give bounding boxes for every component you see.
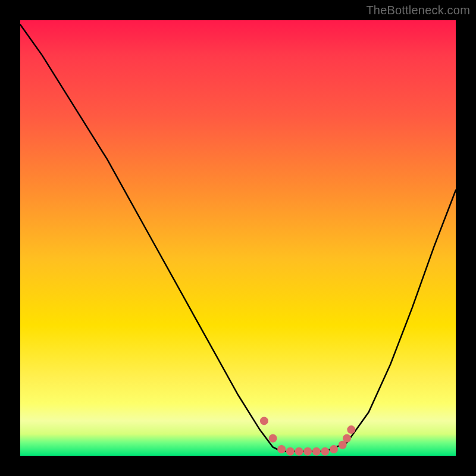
- marker-point: [269, 434, 277, 443]
- curve-markers: [260, 416, 355, 455]
- bottleneck-curve: [20, 24, 456, 451]
- marker-point: [343, 434, 351, 443]
- marker-point: [347, 425, 355, 434]
- chart-svg: [20, 20, 456, 456]
- plot-area: [20, 20, 456, 456]
- marker-point: [277, 445, 286, 453]
- watermark-text: TheBottleneck.com: [366, 4, 470, 17]
- marker-point: [286, 447, 295, 456]
- chart-frame: TheBottleneck.com: [0, 0, 476, 476]
- marker-point: [330, 445, 338, 453]
- marker-point: [312, 447, 321, 456]
- marker-point: [303, 447, 312, 456]
- marker-point: [260, 416, 268, 425]
- marker-point: [295, 447, 303, 456]
- marker-point: [321, 447, 329, 456]
